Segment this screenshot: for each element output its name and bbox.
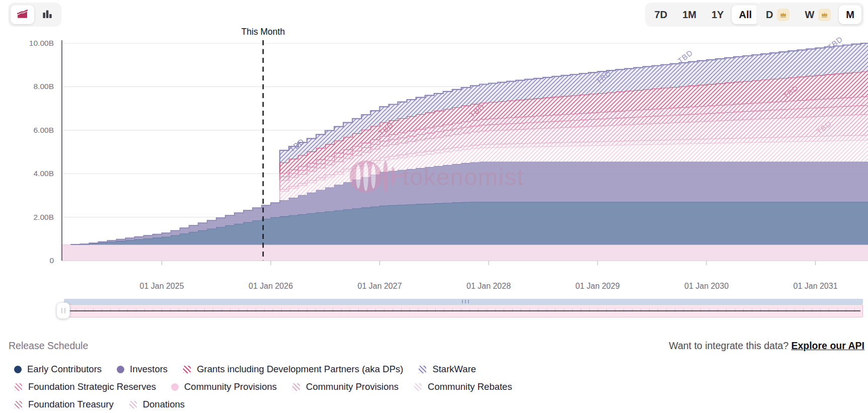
explore-api-link[interactable]: Explore our API	[791, 340, 864, 351]
x-axis-label: 01 Jan 2031	[793, 282, 837, 290]
watermark-text: tokenomist	[403, 163, 524, 190]
legend-item-label: Donations	[143, 399, 185, 410]
x-axis-label: 01 Jan 2029	[575, 282, 619, 290]
release-schedule-chart[interactable]: 02.00B4.00B6.00B8.00B10.00BtokenomistTBD…	[0, 0, 868, 296]
legend-dot-marker	[14, 366, 22, 373]
area-community_provisions_released	[62, 245, 868, 261]
legend-hatch-marker	[292, 383, 300, 391]
legend-item-label: Community Provisions	[184, 381, 277, 392]
y-axis-label: 4.00B	[33, 169, 54, 178]
legend-item[interactable]: Community Provisions	[292, 381, 399, 392]
legend-hatch-marker	[14, 383, 23, 391]
tokenomist-watermark: tokenomist	[350, 160, 524, 193]
legend-hatch-marker	[14, 400, 23, 409]
y-axis-label: 2.00B	[33, 213, 54, 221]
this-month-label: This Month	[242, 27, 285, 37]
y-axis-label: 10.00B	[29, 39, 54, 47]
release-schedule-page: 7D 1M 1Y All D W M 02.00B4.0	[0, 0, 868, 413]
legend-item[interactable]: StarkWare	[418, 364, 476, 375]
y-axis-label: 0	[49, 256, 54, 265]
legend-item[interactable]: Grants including Development Partners (a…	[183, 364, 403, 375]
x-axis-label: 01 Jan 2028	[466, 282, 511, 290]
datazoom-move-grip[interactable]	[462, 300, 469, 303]
legend-item[interactable]: Investors	[117, 364, 168, 375]
chart-legend: Early ContributorsInvestorsGrants includ…	[14, 364, 864, 413]
legend-dot-marker	[117, 366, 124, 373]
x-axis-label: 01 Jan 2025	[139, 282, 184, 290]
legend-row: Foundation TreasuryDonations	[14, 399, 864, 410]
legend-item-label: Early Contributors	[27, 364, 102, 375]
datazoom-left-handle[interactable]	[56, 302, 70, 319]
legend-item[interactable]: Foundation Strategic Reserves	[14, 381, 156, 392]
area-early_contributors	[62, 202, 868, 244]
legend-hatch-marker	[414, 383, 422, 391]
x-axis-label: 01 Jan 2026	[249, 282, 293, 290]
legend-hatch-marker	[183, 365, 191, 374]
datazoom-slider-bar[interactable]	[57, 304, 863, 317]
x-axis-label: 01 Jan 2027	[357, 282, 402, 290]
legend-hatch-marker	[129, 400, 137, 409]
legend-row: Foundation Strategic ReservesCommunity P…	[14, 381, 864, 392]
release-schedule-title: Release Schedule	[9, 340, 88, 352]
api-cta: Want to integrate this data? Explore our…	[669, 340, 864, 352]
legend-item[interactable]: Community Provisions	[171, 381, 277, 392]
y-axis-label: 8.00B	[33, 82, 54, 91]
legend-row: Early ContributorsInvestorsGrants includ…	[14, 364, 864, 375]
api-cta-text: Want to integrate this data?	[669, 340, 788, 351]
legend-item[interactable]: Early Contributors	[14, 364, 102, 375]
y-axis-label: 6.00B	[33, 126, 54, 134]
legend-item[interactable]: Foundation Treasury	[14, 399, 114, 410]
legend-dot-marker	[171, 383, 179, 391]
legend-item[interactable]: Community Rebates	[414, 381, 512, 392]
legend-item-label: Community Provisions	[306, 381, 399, 392]
legend-item-label: Grants including Development Partners (a…	[197, 364, 403, 375]
x-axis-label: 01 Jan 2030	[684, 282, 729, 290]
legend-item-label: Foundation Treasury	[28, 399, 114, 410]
legend-hatch-marker	[418, 365, 427, 374]
legend-item[interactable]: Donations	[129, 399, 185, 410]
legend-item-label: Foundation Strategic Reserves	[28, 381, 156, 392]
legend-item-label: Investors	[130, 364, 168, 375]
legend-item-label: Community Rebates	[428, 381, 512, 392]
legend-item-label: StarkWare	[432, 364, 476, 375]
